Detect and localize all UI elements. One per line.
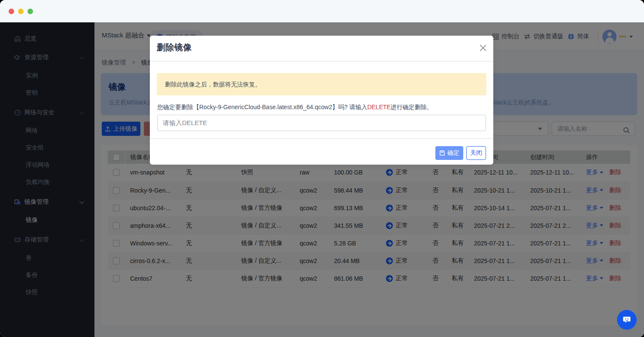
close-button[interactable]: 关闭 [466, 146, 486, 160]
modal-warning-alert: 删除此镜像之后，数据将无法恢复。 [157, 73, 486, 95]
zoom-window-button[interactable] [27, 9, 33, 14]
delete-confirm-input[interactable]: 请输入DELETE [157, 115, 486, 131]
input-placeholder: 请输入DELETE [163, 119, 207, 126]
delete-keyword: DELETE [367, 104, 390, 110]
save-icon [439, 150, 445, 156]
modal-title: 删除镜像 [157, 42, 192, 53]
chat-fab-button[interactable] [617, 310, 637, 330]
modal-confirm-text: 您确定要删除【Rocky-9-GenericCloud-Base.latest.… [157, 104, 433, 111]
close-window-button[interactable] [9, 9, 14, 14]
chat-icon [622, 315, 632, 325]
modal-header: 删除镜像 [150, 36, 493, 61]
app-window: 总览 资源管理 实例 密钥 网络与安全 网络 安全组 浮动网络 [0, 0, 644, 337]
confirm-button[interactable]: 确定 [435, 146, 463, 160]
window-titlebar [0, 0, 644, 22]
modal-footer: 确定 关闭 [150, 138, 493, 165]
minimize-window-button[interactable] [18, 9, 24, 14]
close-icon[interactable] [480, 44, 486, 51]
delete-image-modal: 删除镜像 删除此镜像之后，数据将无法恢复。 您确定要删除【Rocky-9-Gen… [150, 36, 493, 165]
